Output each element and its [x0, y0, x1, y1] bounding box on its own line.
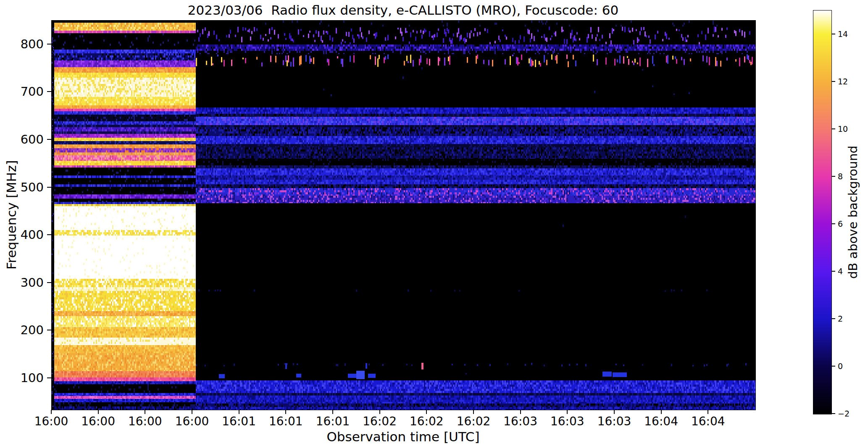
x-tick-label: 16:01 — [308, 414, 358, 428]
y-tick-label: 300 — [0, 275, 44, 290]
x-tick-mark — [239, 410, 239, 414]
chart-title: 2023/03/06 Radio flux density, e-CALLIST… — [51, 3, 755, 19]
x-tick-label: 16:03 — [495, 414, 546, 428]
colorbar-tick-mark — [832, 366, 835, 367]
colorbar-tick-mark — [832, 223, 835, 224]
y-tick-mark — [47, 91, 51, 92]
x-tick-label: 16:00 — [167, 414, 217, 428]
x-tick-label: 16:00 — [26, 414, 76, 428]
colorbar-tick-mark — [832, 176, 835, 177]
colorbar-tick-mark — [832, 34, 835, 34]
y-tick-label: 200 — [0, 323, 44, 337]
x-tick-label: 16:02 — [355, 414, 405, 428]
x-tick-mark — [708, 410, 708, 414]
x-tick-mark — [332, 410, 333, 414]
colorbar-tick-label: 8 — [838, 172, 843, 181]
x-tick-mark — [145, 410, 145, 414]
colorbar-tick-mark — [832, 318, 835, 319]
x-tick-label: 16:00 — [120, 414, 170, 428]
colorbar-tick-mark — [832, 413, 835, 414]
colorbar — [813, 10, 832, 414]
y-tick-label: 100 — [0, 371, 44, 385]
x-tick-label: 16:02 — [401, 414, 452, 428]
colorbar-tick-mark — [832, 128, 835, 129]
x-tick-mark — [567, 410, 568, 414]
x-tick-label: 16:04 — [683, 414, 733, 428]
y-tick-mark — [47, 234, 51, 235]
x-tick-mark — [98, 410, 99, 414]
x-tick-mark — [192, 410, 192, 414]
y-axis-label: Frequency [MHz] — [3, 20, 20, 409]
x-tick-label: 16:02 — [448, 414, 499, 428]
colorbar-tick-label: 2 — [838, 314, 843, 323]
x-tick-label: 16:04 — [636, 414, 687, 428]
figure-root: 2023/03/06 Radio flux density, e-CALLIST… — [0, 0, 868, 448]
y-tick-mark — [47, 44, 51, 45]
colorbar-tick-label: 4 — [838, 267, 843, 276]
x-tick-mark — [285, 410, 286, 414]
colorbar-tick-mark — [832, 271, 835, 272]
spectrogram-canvas — [51, 20, 756, 410]
y-tick-label: 500 — [0, 180, 44, 194]
y-tick-label: 800 — [0, 37, 44, 51]
x-tick-label: 16:03 — [542, 414, 592, 428]
y-tick-mark — [47, 330, 51, 330]
y-tick-label: 700 — [0, 84, 44, 99]
x-tick-label: 16:00 — [73, 414, 124, 428]
x-tick-mark — [520, 410, 521, 414]
colorbar-tick-label: 6 — [838, 219, 843, 228]
x-tick-mark — [661, 410, 662, 414]
x-tick-mark — [379, 410, 380, 414]
y-tick-label: 400 — [0, 228, 44, 242]
x-tick-mark — [426, 410, 427, 414]
y-tick-mark — [47, 139, 51, 140]
colorbar-tick-mark — [832, 81, 835, 82]
y-tick-mark — [47, 187, 51, 188]
x-tick-mark — [614, 410, 615, 414]
colorbar-label: dB above background — [844, 11, 862, 414]
y-tick-mark — [47, 282, 51, 283]
x-tick-label: 16:01 — [214, 414, 264, 428]
x-tick-label: 16:01 — [260, 414, 311, 428]
x-tick-mark — [473, 410, 474, 414]
y-tick-mark — [47, 377, 51, 378]
x-tick-label: 16:03 — [589, 414, 639, 428]
x-axis-label: Observation time [UTC] — [51, 429, 755, 444]
y-tick-label: 600 — [0, 132, 44, 147]
x-tick-mark — [51, 410, 52, 414]
colorbar-tick-label: 0 — [838, 362, 843, 371]
